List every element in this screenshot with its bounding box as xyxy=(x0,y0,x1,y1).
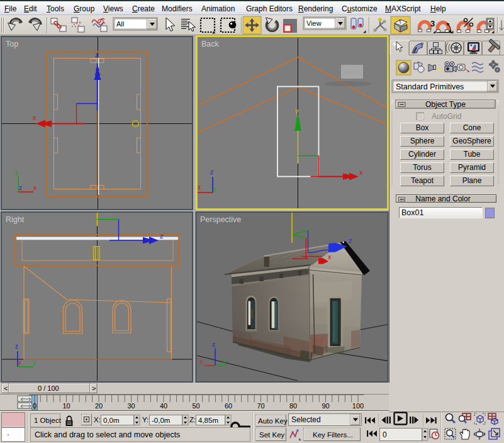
svg-text:0: 0 xyxy=(383,430,387,439)
svg-text:4,85m: 4,85m xyxy=(198,417,218,424)
svg-text:90: 90 xyxy=(322,402,329,410)
svg-text:z: z xyxy=(349,237,352,244)
svg-text:0: 0 xyxy=(33,402,36,410)
svg-text:Perspective: Perspective xyxy=(200,215,241,224)
svg-text:Right: Right xyxy=(6,215,25,224)
svg-text:z: z xyxy=(95,51,99,59)
svg-text:x: x xyxy=(359,169,363,176)
svg-text:Key Filters...: Key Filters... xyxy=(313,431,353,439)
svg-text:70: 70 xyxy=(257,402,264,410)
svg-text:z: z xyxy=(19,184,22,191)
svg-text:y: y xyxy=(295,107,299,115)
svg-text:1 Object: 1 Object xyxy=(34,417,62,424)
svg-text:Selected: Selected xyxy=(291,415,321,424)
svg-text:100: 100 xyxy=(352,402,364,410)
svg-text:z: z xyxy=(15,343,18,350)
svg-text:x: x xyxy=(18,359,21,366)
svg-text:0 / 100: 0 / 100 xyxy=(38,384,59,392)
svg-text:y: y xyxy=(223,358,226,365)
svg-text:z: z xyxy=(210,169,213,176)
svg-text:y: y xyxy=(213,185,216,192)
svg-text:<: < xyxy=(4,384,8,392)
svg-text:>: > xyxy=(92,384,96,392)
svg-text:x: x xyxy=(33,114,36,121)
svg-text:y: y xyxy=(15,169,18,176)
svg-text:50: 50 xyxy=(192,402,199,410)
svg-text:y: y xyxy=(33,359,36,366)
svg-text:Z:: Z: xyxy=(189,416,196,423)
svg-text:Back: Back xyxy=(201,40,220,48)
svg-text:View: View xyxy=(306,20,322,27)
svg-text:All: All xyxy=(116,20,124,28)
svg-text:60: 60 xyxy=(225,402,232,410)
svg-text:Click and drag to select and m: Click and drag to select and move object… xyxy=(35,430,180,439)
svg-text:-0,0m: -0,0m xyxy=(152,417,170,424)
svg-text:Y:: Y: xyxy=(142,416,148,423)
svg-text:Set Key: Set Key xyxy=(259,431,285,439)
svg-text:x: x xyxy=(33,184,36,191)
svg-text:40: 40 xyxy=(160,402,167,410)
svg-text:3: 3 xyxy=(430,19,435,28)
svg-text:10: 10 xyxy=(62,402,70,410)
svg-text:Top: Top xyxy=(6,40,18,48)
svg-text:BACK: BACK xyxy=(345,69,358,75)
svg-text:x: x xyxy=(199,358,203,365)
svg-text:20: 20 xyxy=(95,402,103,410)
svg-text:z: z xyxy=(160,232,164,240)
svg-text:x: x xyxy=(198,184,201,191)
svg-text:80: 80 xyxy=(289,402,297,410)
svg-text:Auto Key: Auto Key xyxy=(258,417,288,425)
svg-text:0,0m: 0,0m xyxy=(103,417,120,424)
svg-text:z: z xyxy=(212,341,215,348)
svg-text:X:: X: xyxy=(94,416,101,423)
svg-text:x: x xyxy=(328,253,332,261)
svg-text:30: 30 xyxy=(127,402,135,410)
